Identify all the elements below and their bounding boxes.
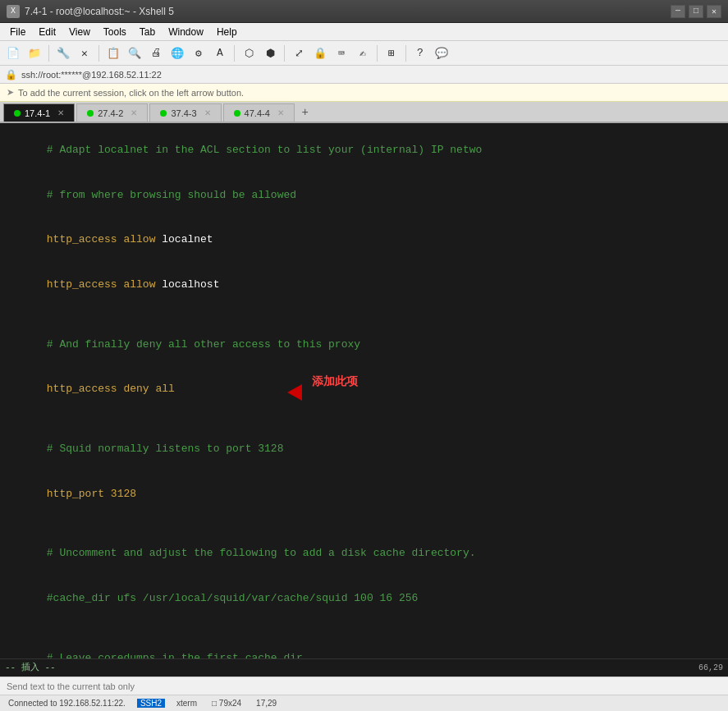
- connection-status: Connected to 192.168.52.11:22.: [5, 699, 129, 708]
- menu-edit[interactable]: Edit: [32, 25, 62, 39]
- insert-mode-label: -- 插入 --: [5, 662, 698, 674]
- toolbar-separator-5: [377, 45, 378, 62]
- value-2: localhost: [162, 278, 219, 291]
- tab-3-label: 37.4-3: [171, 108, 196, 118]
- properties-button[interactable]: 🔧: [53, 44, 73, 62]
- tip-icon: ➤: [7, 87, 14, 98]
- address-bar: 🔒 ssh://root:******@192.168.52.11:22: [0, 66, 728, 84]
- new-session-button[interactable]: 📄: [3, 44, 23, 62]
- keyboard-button[interactable]: ⌨: [332, 44, 351, 62]
- term-line-4: http_access allow localhost: [8, 263, 720, 308]
- resize-button[interactable]: ⤢: [289, 44, 309, 62]
- term-line-1: # Adapt localnet in the ACL section to l…: [8, 128, 720, 173]
- tab-2-label: 27.4-2: [98, 108, 123, 118]
- comment-4: # Squid normally listens to port 3128: [47, 443, 284, 455]
- status-bottom: Connected to 192.168.52.11:22. SSH2 xter…: [0, 695, 728, 711]
- toolbar-separator-2: [98, 45, 99, 62]
- tab-1[interactable]: 17.4-1 ✕: [3, 103, 75, 122]
- lock-button[interactable]: 🔒: [310, 44, 330, 62]
- maximize-button[interactable]: □: [689, 5, 703, 18]
- term-line-8: [8, 412, 720, 427]
- tab-4-close[interactable]: ✕: [277, 108, 284, 117]
- tab-1-dot: [14, 110, 21, 117]
- menu-file[interactable]: File: [3, 25, 32, 39]
- toolbar-separator-6: [405, 45, 406, 62]
- tab-4[interactable]: 47.4-4 ✕: [223, 103, 295, 122]
- term-line-6: # And finally deny all other access to t…: [8, 322, 720, 367]
- tip-text: To add the current session, click on the…: [18, 88, 244, 98]
- help-button[interactable]: ?: [410, 44, 430, 62]
- tab-3-close[interactable]: ✕: [204, 108, 211, 117]
- send-bar: [0, 677, 728, 695]
- tab-2[interactable]: 27.4-2 ✕: [76, 103, 148, 122]
- compose-button[interactable]: ✍: [353, 44, 373, 62]
- window-title: 7.4-1 - root@localhost:~ - Xshell 5: [25, 6, 671, 17]
- toolbar-btn3[interactable]: ⚙: [189, 44, 208, 62]
- term-line-10: http_port 3128: [8, 471, 720, 516]
- paste-button[interactable]: 🔍: [125, 44, 144, 62]
- term-line-12: # Uncomment and adjust the following to …: [8, 531, 720, 576]
- tab-3[interactable]: 37.4-3 ✕: [149, 103, 221, 122]
- browser-button[interactable]: 🌐: [167, 44, 187, 62]
- comment-5: # Uncomment and adjust the following to …: [47, 547, 476, 559]
- term-line-9: # Squid normally listens to port 3128: [8, 427, 720, 472]
- grid-button[interactable]: ⊞: [382, 44, 401, 62]
- menu-help[interactable]: Help: [210, 25, 244, 39]
- menu-tools[interactable]: Tools: [97, 25, 133, 39]
- term-line-13: #cache_dir ufs /usr/local/squid/var/cach…: [8, 576, 720, 622]
- ssh-status: SSH2: [137, 699, 165, 708]
- toolbar-btn2[interactable]: ✕: [75, 44, 94, 62]
- annotation-container: [287, 384, 302, 401]
- term-line-11: [8, 516, 720, 531]
- tab-1-close[interactable]: ✕: [57, 108, 64, 117]
- tab-bar: 17.4-1 ✕ 27.4-2 ✕ 37.4-3 ✕ 47.4-4 ✕ +: [0, 102, 728, 123]
- term-line-7: http_access deny all: [8, 367, 720, 412]
- close-button[interactable]: ✕: [707, 5, 721, 18]
- tab-2-close[interactable]: ✕: [130, 108, 137, 117]
- term-line-14: [8, 621, 720, 635]
- app-icon: X: [7, 5, 20, 18]
- tab-add-button[interactable]: +: [296, 103, 314, 122]
- terminal[interactable]: # Adapt localnet in the ACL section to l…: [0, 123, 728, 677]
- toolbar: 📄 📁 🔧 ✕ 📋 🔍 🖨 🌐 ⚙ A ⬡ ⬢ ⤢ 🔒 ⌨ ✍ ⊞ ? 💬: [0, 41, 728, 66]
- tip-bar: ➤ To add the current session, click on t…: [0, 84, 728, 102]
- menu-view[interactable]: View: [62, 25, 97, 39]
- directive-1: http_access allow: [47, 233, 162, 245]
- annotation-label: 添加此项: [312, 374, 358, 388]
- directive-3: http_access deny all: [47, 383, 175, 395]
- tab-2-dot: [87, 110, 94, 117]
- term-line-2: # from where browsing should be allowed: [8, 173, 720, 218]
- comment-1: # Adapt localnet in the ACL section to l…: [47, 144, 483, 156]
- main-container: X 7.4-1 - root@localhost:~ - Xshell 5 ─ …: [0, 0, 728, 711]
- annotation-text: 添加此项: [312, 374, 358, 390]
- transfer-button[interactable]: ⬡: [239, 44, 259, 62]
- directive-4: http_port 3128: [47, 488, 136, 500]
- sftp-button[interactable]: ⬢: [260, 44, 280, 62]
- tab-4-dot: [234, 110, 240, 117]
- chat-button[interactable]: 💬: [432, 44, 451, 62]
- minimize-button[interactable]: ─: [671, 5, 685, 18]
- tab-3-dot: [160, 110, 167, 117]
- address-text: ssh://root:******@192.168.52.11:22: [21, 70, 162, 80]
- toolbar-separator-3: [234, 45, 235, 62]
- print-button[interactable]: 🖨: [146, 44, 166, 62]
- toolbar-separator-4: [284, 45, 285, 62]
- comment-6: #cache_dir ufs /usr/local/squid/var/cach…: [47, 592, 418, 604]
- directive-2: http_access allow: [47, 278, 162, 291]
- font-button[interactable]: A: [210, 44, 230, 62]
- term-line-5: [8, 307, 720, 322]
- terminal-status-bar: -- 插入 -- 66,29: [0, 658, 728, 677]
- menu-tab[interactable]: Tab: [133, 25, 162, 39]
- tab-4-label: 47.4-4: [245, 108, 270, 118]
- comment-2: # from where browsing should be allowed: [47, 189, 296, 201]
- lock-icon: 🔒: [5, 69, 17, 80]
- cursor-pos: 17,29: [253, 699, 280, 708]
- window-controls: ─ □ ✕: [671, 5, 721, 18]
- copy-button[interactable]: 📋: [103, 44, 123, 62]
- send-text-input[interactable]: [7, 681, 721, 691]
- term-line-3: http_access allow localnet: [8, 218, 720, 263]
- tab-1-label: 17.4-1: [25, 108, 50, 118]
- menu-window[interactable]: Window: [162, 25, 210, 39]
- open-button[interactable]: 📁: [25, 44, 44, 62]
- comment-3: # And finally deny all other access to t…: [47, 338, 360, 351]
